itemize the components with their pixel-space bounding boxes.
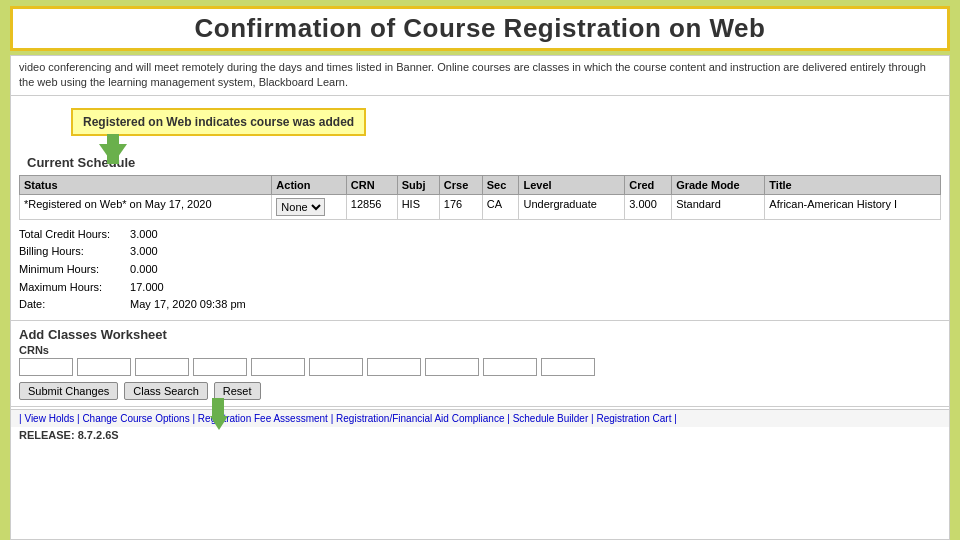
cell-action: None — [272, 194, 346, 219]
col-crse: Crse — [439, 175, 482, 194]
col-action: Action — [272, 175, 346, 194]
action-buttons: Submit Changes Class Search Reset — [11, 378, 949, 404]
col-level: Level — [519, 175, 625, 194]
schedule-table: Status Action CRN Subj Crse Sec Level Cr… — [19, 175, 941, 220]
cell-cred: 3.000 — [625, 194, 672, 219]
crn-inputs-row — [11, 356, 949, 378]
cell-crn: 12856 — [346, 194, 397, 219]
maximum-hours-value: 17.000 — [130, 281, 164, 293]
add-classes-label: Add Classes Worksheet — [11, 323, 949, 344]
description-text: video conferencing and will meet remotel… — [11, 56, 949, 96]
arrow-status-icon — [99, 144, 127, 164]
cell-title: African-American History I — [765, 194, 941, 219]
page-title: Confirmation of Course Registration on W… — [21, 13, 939, 44]
crn-input-2[interactable] — [77, 358, 131, 376]
cell-sec: CA — [482, 194, 519, 219]
minimum-hours-value: 0.000 — [130, 263, 158, 275]
maximum-hours-label: Maximum Hours: — [19, 281, 102, 293]
total-credit-hours-label: Total Credit Hours: — [19, 228, 110, 240]
date-value: May 17, 2020 09:38 pm — [130, 298, 246, 310]
cell-level: Undergraduate — [519, 194, 625, 219]
cell-grade-mode: Standard — [672, 194, 765, 219]
col-status: Status — [20, 175, 272, 194]
release-info: RELEASE: 8.7.2.6S — [11, 427, 949, 443]
class-search-button[interactable]: Class Search — [124, 382, 207, 400]
minimum-hours-label: Minimum Hours: — [19, 263, 99, 275]
registration-cart-link[interactable]: Registration Cart — [596, 413, 671, 424]
total-credit-hours-value: 3.000 — [130, 228, 158, 240]
date-label: Date: — [19, 298, 45, 310]
action-select[interactable]: None — [276, 198, 325, 216]
cell-subj: HIS — [397, 194, 439, 219]
billing-hours-label: Billing Hours: — [19, 245, 84, 257]
divider2 — [11, 406, 949, 407]
divider1 — [11, 320, 949, 321]
crn-input-7[interactable] — [367, 358, 421, 376]
crn-input-8[interactable] — [425, 358, 479, 376]
footer-links: | View Holds | Change Course Options | R… — [11, 409, 949, 427]
view-holds-link[interactable]: View Holds — [24, 413, 74, 424]
crn-input-5[interactable] — [251, 358, 305, 376]
schedule-builder-link[interactable]: Schedule Builder — [513, 413, 589, 424]
cell-crse: 176 — [439, 194, 482, 219]
crn-input-4[interactable] — [193, 358, 247, 376]
crn-input-10[interactable] — [541, 358, 595, 376]
col-crn: CRN — [346, 175, 397, 194]
section-label: Current Schedule — [19, 152, 941, 173]
registration-financial-aid-link[interactable]: Registration/Financial Aid Compliance — [336, 413, 504, 424]
crn-input-3[interactable] — [135, 358, 189, 376]
main-content: video conferencing and will meet remotel… — [10, 55, 950, 540]
cell-status: *Registered on Web* on May 17, 2020 — [20, 194, 272, 219]
col-sec: Sec — [482, 175, 519, 194]
col-title: Title — [765, 175, 941, 194]
billing-hours-value: 3.000 — [130, 245, 158, 257]
submit-changes-button[interactable]: Submit Changes — [19, 382, 118, 400]
crn-input-1[interactable] — [19, 358, 73, 376]
col-grade-mode: Grade Mode — [672, 175, 765, 194]
crn-input-6[interactable] — [309, 358, 363, 376]
col-subj: Subj — [397, 175, 439, 194]
col-cred: Cred — [625, 175, 672, 194]
summary-info: Total Credit Hours: 3.000 Billing Hours:… — [11, 222, 949, 318]
page-wrapper: Confirmation of Course Registration on W… — [0, 0, 960, 540]
arrow-class-search — [210, 398, 228, 430]
table-row: *Registered on Web* on May 17, 2020 None… — [20, 194, 941, 219]
crn-input-9[interactable] — [483, 358, 537, 376]
change-course-options-link[interactable]: Change Course Options — [82, 413, 189, 424]
callout-registered: Registered on Web indicates course was a… — [71, 108, 366, 136]
title-bar: Confirmation of Course Registration on W… — [10, 6, 950, 51]
crns-label: CRNs — [11, 344, 949, 356]
